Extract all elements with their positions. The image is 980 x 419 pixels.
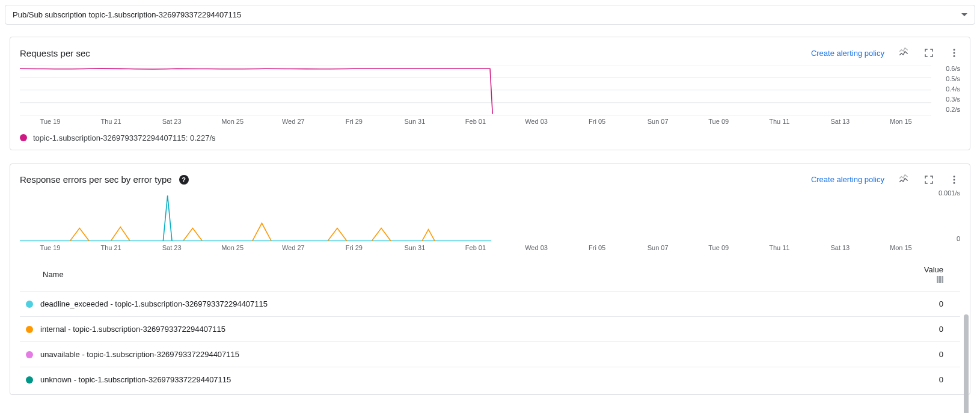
series-value: 0 [912,292,960,317]
legend-toggle-icon[interactable] [898,47,910,59]
more-options-icon[interactable] [948,47,960,59]
series-name: deadline_exceeded - topic-1.subscription… [40,299,268,308]
table-row[interactable]: deadline_exceeded - topic-1.subscription… [20,292,960,317]
series-name: internal - topic-1.subscription-32697933… [40,325,225,334]
ytick: 0.2/s [935,106,960,113]
svg-point-2 [954,55,955,57]
svg-point-1 [954,52,955,54]
xtick: Sun 07 [628,244,688,251]
table-row[interactable]: unknown - topic-1.subscription-326979337… [20,367,960,393]
chart-header: Requests per sec Create alerting policy [20,47,960,59]
column-selector-icon[interactable] [937,276,943,283]
scrollbar-thumb[interactable] [964,314,969,414]
xtick: Tue 09 [688,118,749,125]
xtick: Fri 05 [567,118,628,125]
svg-point-8 [954,176,955,177]
xtick: Mon 25 [202,118,263,125]
chart-card-errors: Response errors per sec by error type ? … [10,164,970,396]
ytick: 0.4/s [935,85,960,93]
chevron-down-icon [961,13,967,16]
xtick: Sat 13 [810,118,871,125]
resource-dropdown[interactable]: Pub/Sub subscription topic-1.subscriptio… [5,5,975,25]
legend-dot [20,134,27,141]
svg-point-0 [954,49,955,50]
ytick: 0 [957,235,960,242]
xtick: Wed 03 [506,118,567,125]
chart-actions: Create alerting policy [811,47,960,59]
xtick: Sat 23 [141,244,202,251]
ytick: 0.001/s [939,189,960,197]
errors-chart-svg [20,192,931,242]
xtick: Mon 15 [871,118,931,125]
xtick: Feb 01 [445,244,506,251]
legend-dot [26,326,33,333]
xtick: Sun 07 [628,118,688,125]
series-name: unavailable - topic-1.subscription-32697… [40,350,239,359]
fullscreen-icon[interactable] [923,174,935,186]
chart-card-requests: Requests per sec Create alerting policy [10,37,970,150]
xtick: Sun 31 [384,244,445,251]
xtick: Sun 31 [384,118,445,125]
xtick: Mon 25 [202,244,263,251]
xtick: Thu 21 [81,118,141,125]
xtick: Feb 01 [445,118,506,125]
svg-point-10 [954,182,955,183]
chart-title: Response errors per sec by error type ? [20,174,189,185]
legend-dot [26,351,33,358]
xtick: Tue 19 [20,244,81,251]
legend-toggle-icon[interactable] [898,174,910,186]
chart-yaxis: 0.001/s 0 [931,192,960,240]
series-value: 0 [912,317,960,342]
chart-actions: Create alerting policy [811,174,960,186]
xtick: Thu 11 [749,244,810,251]
xtick: Thu 21 [81,244,141,251]
chart-legend: topic-1.subscription-3269793372294407115… [20,133,960,142]
table-header-row: Name Value [20,257,960,292]
xtick: Wed 03 [506,244,567,251]
resource-dropdown-label: Pub/Sub subscription topic-1.subscriptio… [13,10,241,19]
chart-plot-area: Tue 19 Thu 21 Sat 23 Mon 25 Wed 27 Fri 2… [20,65,960,125]
ytick: 0.6/s [935,65,960,72]
xtick: Fri 05 [567,244,628,251]
legend-dot [26,301,33,308]
requests-chart-svg [20,65,931,115]
table-header-name[interactable]: Name [20,257,912,292]
help-icon[interactable]: ? [179,175,189,185]
series-name: unknown - topic-1.subscription-326979337… [40,375,231,384]
xtick: Tue 19 [20,118,81,125]
legend-dot [26,376,33,384]
create-alerting-policy-link[interactable]: Create alerting policy [811,175,884,184]
chart-xaxis: Tue 19 Thu 21 Sat 23 Mon 25 Wed 27 Fri 2… [20,242,931,251]
more-options-icon[interactable] [948,174,960,186]
create-alerting-policy-link[interactable]: Create alerting policy [811,49,884,58]
table-row[interactable]: unavailable - topic-1.subscription-32697… [20,342,960,367]
legend-table: Name Value deadline_exceeded - topic-1.s… [20,257,960,392]
table-row[interactable]: internal - topic-1.subscription-32697933… [20,317,960,342]
fullscreen-icon[interactable] [923,47,935,59]
ytick: 0.3/s [935,96,960,103]
xtick: Sat 13 [810,244,871,251]
svg-point-9 [954,179,955,180]
xtick: Wed 27 [263,118,323,125]
chart-xaxis: Tue 19 Thu 21 Sat 23 Mon 25 Wed 27 Fri 2… [20,115,931,125]
chart-title: Requests per sec [20,48,90,58]
xtick: Thu 11 [749,118,810,125]
xtick: Sat 23 [141,118,202,125]
xtick: Fri 29 [323,118,384,125]
chart-yaxis: 0.6/s 0.5/s 0.4/s 0.3/s 0.2/s [931,65,960,113]
xtick: Tue 09 [688,244,749,251]
ytick: 0.5/s [935,75,960,82]
table-header-value[interactable]: Value [912,257,960,292]
series-value: 0 [912,342,960,367]
chart-header: Response errors per sec by error type ? … [20,174,960,186]
series-value: 0 [912,367,960,393]
xtick: Wed 27 [263,244,323,251]
xtick: Mon 15 [871,244,931,251]
legend-label: topic-1.subscription-3269793372294407115… [33,133,216,142]
chart-plot-area: Tue 19 Thu 21 Sat 23 Mon 25 Wed 27 Fri 2… [20,192,960,252]
xtick: Fri 29 [323,244,384,251]
